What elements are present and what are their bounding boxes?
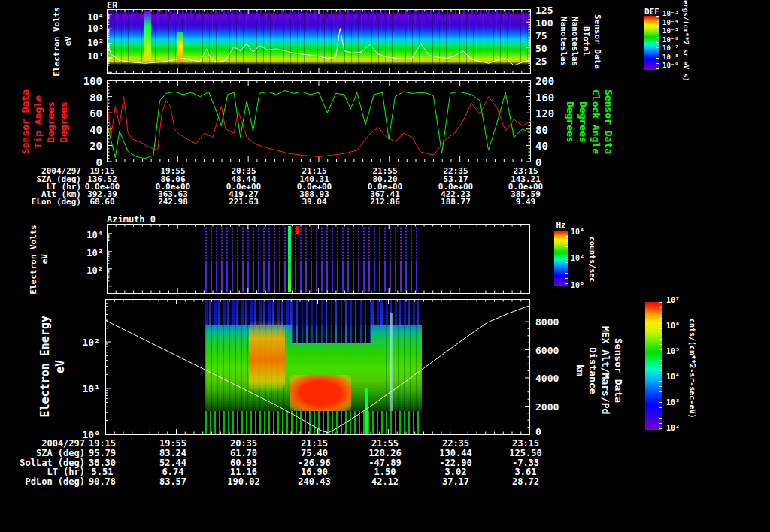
energy-spectrogram-image bbox=[205, 300, 422, 434]
angle-plot bbox=[107, 80, 531, 162]
def-colorbar-unit: ergs/(cm**2 sr eV s) bbox=[680, 0, 692, 81]
table-row: 2004/297 19:15 19:55 20:35 21:15 21:55 2… bbox=[0, 438, 770, 447]
def-cb-tick: 10⁻⁸ bbox=[662, 53, 679, 61]
dist-tick: 6000 bbox=[535, 345, 559, 356]
azimuth-ytick: 10⁴ bbox=[74, 230, 103, 240]
btotal-tick: 100 bbox=[535, 17, 553, 29]
angle-rtick: 40 bbox=[535, 140, 548, 152]
dist-tick: 8000 bbox=[535, 316, 559, 328]
er-ytick: 10² bbox=[75, 38, 104, 48]
counts-colorbar-unit: cnts/(cm**2-sr-sec-eV) bbox=[686, 312, 698, 425]
counts-cb-tick: 10³ bbox=[666, 398, 680, 407]
hz-colorbar bbox=[554, 231, 568, 286]
er-ytick: 10⁴ bbox=[75, 12, 104, 23]
time-tick: 23:15 bbox=[494, 438, 557, 449]
table-row: SolLat (deg) 38.30 52.44 60.93 -26.96 -4… bbox=[0, 458, 770, 467]
time-tick: 19:15 bbox=[71, 438, 134, 449]
angle-ltick: 60 bbox=[71, 107, 102, 119]
def-cb-tick: 10⁻⁴ bbox=[662, 19, 679, 26]
azimuth-ytick: 10² bbox=[74, 265, 103, 276]
angle-rtick: 80 bbox=[535, 124, 548, 136]
er-y-axis-label: Electron Volts eV bbox=[50, 9, 75, 74]
dist-tick: 2000 bbox=[535, 401, 559, 413]
counts-cb-tick: 10⁷ bbox=[666, 296, 680, 304]
time-tick: 22:35 bbox=[424, 438, 487, 449]
def-cb-tick: 10⁻⁷ bbox=[662, 44, 679, 52]
table-row: SZA (deg) 95.79 83.24 61.70 75.40 128.26… bbox=[0, 448, 770, 457]
azimuth-ytick: 10³ bbox=[74, 248, 103, 258]
tip-angle-axis-label: Sensor Data Tip Angle Degrees Degrees bbox=[20, 81, 69, 162]
clock-angle-axis-label: Sensor Data Clock Angle Degrees Degrees bbox=[564, 81, 615, 162]
hz-cb-tick: 10⁴ bbox=[571, 228, 584, 236]
def-cb-tick: 10⁻⁹ bbox=[662, 62, 679, 69]
plot-page: ER Electron Volts eV 10⁴ 10³ 10² 10¹ 125… bbox=[0, 0, 770, 532]
angle-ltick: 80 bbox=[71, 92, 102, 104]
time-tick: 21:55 bbox=[353, 438, 417, 449]
azimuth-y-axis-label: Electron Volts eV bbox=[29, 225, 50, 293]
table-row: LT (hr) 5.51 6.74 11.16 16.90 1.50 3.02 … bbox=[0, 467, 770, 476]
angle-rtick: 120 bbox=[535, 107, 554, 119]
def-cb-tick: 10⁻³ bbox=[662, 10, 679, 17]
btotal-tick: 50 bbox=[535, 43, 547, 54]
energy-ytick: 10¹ bbox=[70, 383, 100, 394]
hz-cb-tick: 10² bbox=[571, 254, 584, 262]
azimuth-plot-title: Azimuth 0 bbox=[107, 214, 156, 225]
btotal-tick: 25 bbox=[535, 56, 547, 67]
distance-axis-label: Sensor Data MEX Alt/Mars/Pd Distance km bbox=[571, 307, 627, 434]
energy-spectrogram-plot bbox=[105, 299, 530, 435]
er-ylabel-line2: eV bbox=[63, 36, 73, 46]
btotal-tick: 75 bbox=[535, 30, 547, 41]
energy-y-axis-label: Electron Energy eV bbox=[36, 307, 69, 427]
counts-cb-tick: 10⁶ bbox=[666, 322, 680, 330]
time-tick: 20:35 bbox=[212, 438, 275, 449]
angle-ltick: 40 bbox=[71, 124, 102, 136]
counts-cb-tick: 10⁴ bbox=[666, 373, 680, 381]
azimuth-spectrogram-plot bbox=[107, 224, 530, 294]
def-colorbar bbox=[644, 16, 659, 70]
btotal-tick: 125 bbox=[535, 5, 553, 16]
btotal-axis-label: Sensor Data BTotal Nanoteslas Nanoteslas bbox=[559, 4, 602, 79]
dist-tick: 0 bbox=[535, 426, 541, 437]
er-spectrogram-plot bbox=[107, 9, 531, 74]
hz-colorbar-title: Hz bbox=[551, 220, 571, 230]
energy-ytick: 10² bbox=[70, 337, 100, 348]
time-tick: 21:15 bbox=[283, 438, 346, 449]
er-ytick: 10¹ bbox=[75, 51, 104, 62]
er-ytick: 10³ bbox=[75, 23, 104, 34]
dist-tick: 4000 bbox=[535, 373, 559, 384]
angle-ltick: 20 bbox=[71, 140, 102, 152]
counts-cb-tick: 10⁵ bbox=[666, 347, 680, 355]
counts-cb-tick: 10² bbox=[666, 424, 680, 432]
table-row: PdLon (deg) 90.78 83.57 190.02 240.43 42… bbox=[0, 476, 770, 485]
def-cb-tick: 10⁻⁶ bbox=[662, 36, 679, 44]
hz-colorbar-unit: counts/sec bbox=[587, 233, 597, 286]
hz-cb-tick: 10⁰ bbox=[571, 281, 584, 289]
counts-colorbar bbox=[645, 302, 662, 430]
time-tick: 19:55 bbox=[141, 438, 205, 449]
angle-ltick: 100 bbox=[71, 75, 102, 87]
def-cb-tick: 10⁻⁵ bbox=[662, 27, 679, 35]
angle-rtick: 160 bbox=[535, 92, 554, 104]
angle-rtick: 200 bbox=[535, 75, 554, 87]
table-row: ELon (deg) 68.60 242.98 221.63 39.04 212… bbox=[0, 197, 770, 206]
er-ylabel-line1: Electron Volts bbox=[52, 7, 62, 77]
